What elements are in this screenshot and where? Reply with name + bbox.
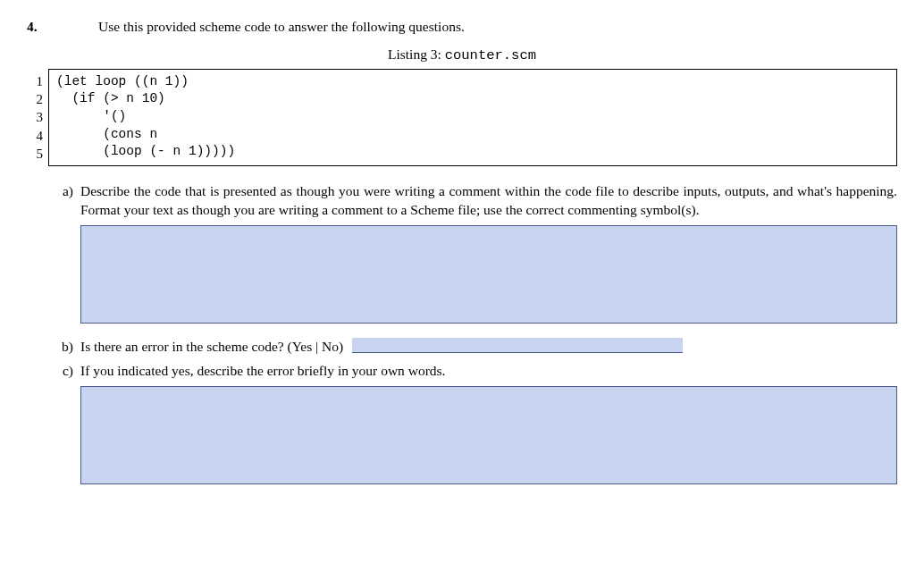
line-number: 4 bbox=[27, 127, 43, 145]
line-number-gutter: 1 2 3 4 5 bbox=[27, 69, 48, 166]
subquestion-c: c) If you indicated yes, describe the er… bbox=[52, 362, 897, 381]
subquestion-list: a) Describe the code that is presented a… bbox=[52, 182, 897, 484]
listing-caption-prefix: Listing 3: bbox=[388, 46, 445, 62]
answer-blank-b[interactable] bbox=[352, 338, 683, 353]
subquestion-a-text: Describe the code that is presented as t… bbox=[80, 182, 897, 220]
question-row: 4. Use this provided scheme code to answ… bbox=[27, 18, 897, 37]
line-number: 5 bbox=[27, 145, 43, 163]
subquestion-b-prompt: Is there an error in the scheme code? (Y… bbox=[80, 339, 343, 354]
subquestion-a: a) Describe the code that is presented a… bbox=[52, 182, 897, 220]
line-number: 1 bbox=[27, 72, 43, 90]
subquestion-c-label: c) bbox=[52, 362, 73, 381]
code-block: 1 2 3 4 5 (let loop ((n 1)) (if (> n 10)… bbox=[27, 69, 897, 166]
answer-box-a[interactable] bbox=[80, 225, 897, 324]
answer-box-c[interactable] bbox=[80, 386, 897, 484]
listing-filename: counter.scm bbox=[445, 47, 536, 63]
code-frame: (let loop ((n 1)) (if (> n 10) '() (cons… bbox=[48, 69, 897, 166]
subquestion-b-label: b) bbox=[52, 338, 73, 357]
listing-caption: Listing 3: counter.scm bbox=[27, 46, 897, 65]
subquestion-c-text: If you indicated yes, describe the error… bbox=[80, 362, 897, 381]
question-number: 4. bbox=[27, 18, 98, 37]
subquestion-a-label: a) bbox=[52, 182, 73, 201]
line-number: 3 bbox=[27, 108, 43, 126]
question-prompt: Use this provided scheme code to answer … bbox=[98, 18, 897, 37]
line-number: 2 bbox=[27, 90, 43, 108]
code-content: (let loop ((n 1)) (if (> n 10) '() (cons… bbox=[56, 73, 889, 161]
subquestion-b-text: Is there an error in the scheme code? (Y… bbox=[80, 336, 897, 357]
subquestion-b: b) Is there an error in the scheme code?… bbox=[52, 336, 897, 357]
